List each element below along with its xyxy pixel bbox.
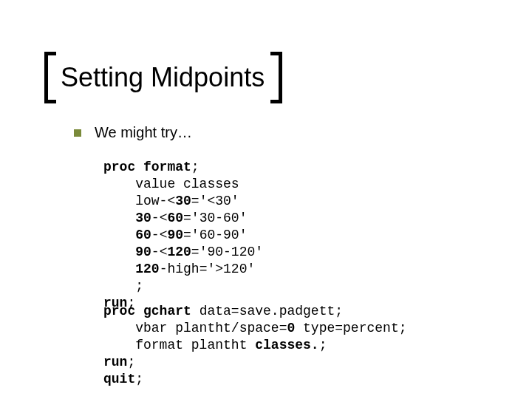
title-text: Setting Midpoints	[56, 64, 270, 91]
code-token: 30	[175, 194, 191, 208]
code-token: 120	[167, 245, 191, 259]
code-token: quit	[103, 372, 135, 386]
code-token: ;	[127, 355, 135, 369]
slide: Setting Midpoints We might try… proc for…	[0, 0, 532, 399]
code-block-proc-format: proc format; value classes low-<30='<30'…	[103, 159, 263, 312]
code-token: 60	[167, 211, 183, 225]
code-token: -<	[151, 245, 168, 259]
code-token: 120	[135, 262, 159, 276]
code-token: ='<30'	[191, 194, 239, 208]
code-token: ;	[319, 338, 327, 352]
code-token: ='30-60'	[183, 211, 247, 225]
code-token: 90	[167, 228, 183, 242]
code-token: classes.	[255, 338, 318, 352]
bullet-item: We might try…	[74, 124, 192, 141]
code-line: ;	[103, 279, 143, 293]
code-token: type=percent;	[303, 321, 406, 335]
code-token: 30	[135, 211, 151, 225]
code-token	[103, 245, 135, 259]
code-token: proc gchart	[103, 304, 200, 318]
code-token: ;	[191, 160, 200, 174]
bullet-text: We might try…	[95, 124, 192, 141]
code-token: ;	[135, 372, 143, 386]
code-token: run	[103, 355, 127, 369]
code-token: low-<	[103, 194, 175, 208]
bracket-left-icon	[44, 52, 56, 103]
code-token: ='60-90'	[183, 228, 247, 242]
code-line: value classes	[103, 177, 239, 191]
code-block-proc-gchart: proc gchart data=save.padgett; vbar plan…	[103, 303, 407, 388]
code-token: -<	[151, 211, 168, 225]
code-token: proc format	[103, 160, 191, 174]
bracket-right-icon	[270, 52, 282, 103]
code-token: -<	[151, 228, 168, 242]
code-token	[103, 262, 135, 276]
code-token: -high='>120'	[160, 262, 256, 276]
square-bullet-icon	[74, 129, 81, 137]
code-token	[103, 211, 135, 225]
code-token: 90	[135, 245, 151, 259]
code-token: data=save.padgett;	[200, 304, 343, 318]
code-token: 60	[135, 228, 151, 242]
slide-title: Setting Midpoints	[44, 52, 282, 103]
code-token: vbar plantht/space=	[103, 321, 287, 335]
code-token: ='90-120'	[191, 245, 263, 259]
code-token: format plantht	[103, 338, 255, 352]
code-token	[103, 228, 135, 242]
code-token: 0	[287, 321, 303, 335]
